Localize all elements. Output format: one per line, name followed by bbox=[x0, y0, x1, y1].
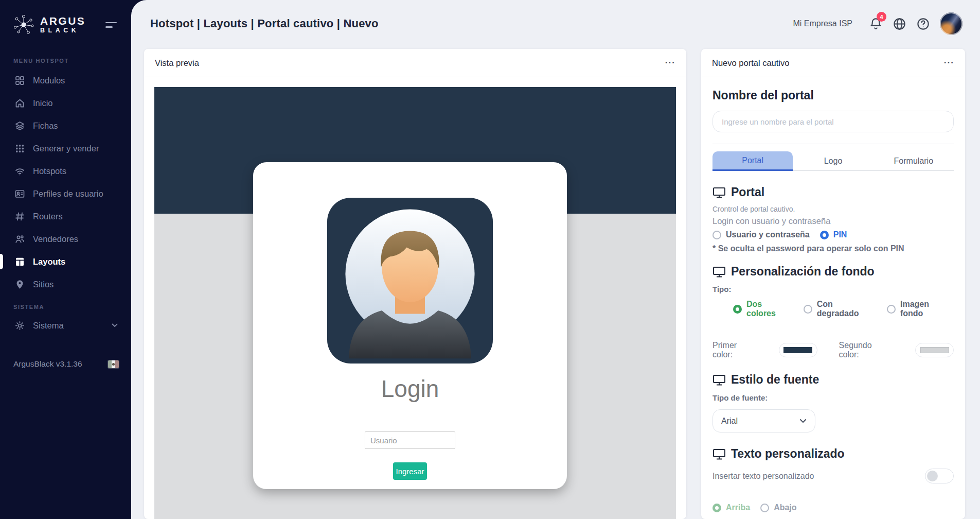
sidebar-item-fichas[interactable]: Fichas bbox=[0, 114, 131, 137]
chevron-down-icon bbox=[799, 419, 807, 423]
help-button[interactable] bbox=[911, 12, 935, 36]
sidebar-item-label: Modulos bbox=[33, 76, 65, 85]
monitor-icon bbox=[712, 374, 726, 386]
sidebar-item-label: Vendedores bbox=[33, 234, 78, 244]
radio-arriba-label: Arriba bbox=[726, 503, 750, 512]
portal-section-heading: Portal bbox=[731, 185, 764, 199]
portal-preview: Login Ingresar bbox=[154, 87, 676, 519]
breadcrumb: Hotspot | Layouts | Portal cautivo | Nue… bbox=[150, 17, 379, 30]
notifications-button[interactable]: 4 bbox=[864, 12, 887, 36]
insert-custom-text-label: Insertar texto personalizado bbox=[712, 472, 814, 481]
sidebar-item-label: Perfiles de usuario bbox=[33, 189, 103, 199]
brand-line1: ARGUS bbox=[40, 15, 85, 26]
radio-usuario-contrasena-label: Usuario y contraseña bbox=[726, 230, 810, 239]
sidebar-item-label: Layouts bbox=[33, 257, 65, 267]
login-title: Login bbox=[253, 375, 567, 403]
sidebar-item-generar-y-vender[interactable]: Generar y vender bbox=[0, 137, 131, 160]
login-submit-button[interactable]: Ingresar bbox=[393, 462, 427, 480]
main-area: Hotspot | Layouts | Portal cautivo | Nue… bbox=[131, 0, 980, 519]
language-flag-icon[interactable] bbox=[108, 360, 119, 368]
tipo-label: Tipo: bbox=[712, 285, 954, 293]
map-pin-icon bbox=[14, 279, 25, 290]
custom-text-section-heading: Texto personalizado bbox=[731, 447, 845, 461]
portal-name-input[interactable] bbox=[712, 111, 954, 132]
tab-logo[interactable]: Logo bbox=[793, 151, 873, 171]
sidebar-item-sistema[interactable]: Sistema bbox=[0, 314, 131, 337]
monitor-icon bbox=[712, 448, 726, 460]
radio-arriba[interactable] bbox=[712, 504, 721, 512]
topbar: Hotspot | Layouts | Portal cautivo | Nue… bbox=[131, 0, 980, 47]
login-username-input[interactable] bbox=[365, 431, 455, 449]
notification-badge: 4 bbox=[877, 12, 886, 22]
user-avatar[interactable] bbox=[940, 12, 963, 35]
globe-icon bbox=[893, 17, 906, 31]
app-version-row: ArgusBlack v3.1.36 bbox=[0, 359, 131, 369]
sidebar-item-sitios[interactable]: Sitios bbox=[0, 273, 131, 296]
panel-tabs: Portal Logo Formulario bbox=[712, 151, 954, 171]
id-card-icon bbox=[14, 188, 25, 199]
insert-custom-text-toggle[interactable] bbox=[925, 469, 954, 483]
radio-abajo[interactable] bbox=[760, 504, 769, 512]
sidebar-item-vendedores[interactable]: Vendedores bbox=[0, 228, 131, 250]
monitor-icon bbox=[712, 266, 726, 278]
grid-dots-icon bbox=[14, 143, 25, 154]
logo: ARGUS BLACK bbox=[0, 0, 131, 36]
preview-card-menu-icon[interactable]: ... bbox=[665, 59, 675, 67]
sidebar-section-hotspot: MENU HOTSPOT bbox=[0, 58, 131, 64]
chevron-down-icon bbox=[112, 323, 118, 327]
language-button[interactable] bbox=[887, 12, 911, 36]
font-select-value: Arial bbox=[721, 417, 738, 426]
radio-con-degradado-label: Con degradado bbox=[817, 300, 877, 318]
pin-note: * Se oculta el password para operar solo… bbox=[712, 244, 954, 253]
preview-card-title: Vista previa bbox=[155, 58, 199, 68]
sidebar-item-label: Sitios bbox=[33, 280, 54, 289]
layers-icon bbox=[14, 120, 25, 131]
background-section-heading: Personalización de fondo bbox=[731, 265, 875, 279]
radio-dos-colores[interactable] bbox=[733, 305, 742, 314]
second-color-picker[interactable] bbox=[915, 343, 954, 357]
first-color-label: Primer color: bbox=[712, 341, 756, 359]
second-color-label: Segundo color: bbox=[839, 341, 891, 359]
radio-pin[interactable] bbox=[820, 231, 829, 239]
monitor-icon bbox=[712, 186, 726, 199]
preview-login-card: Login Ingresar bbox=[253, 162, 567, 489]
sidebar-item-perfiles-de-usuario[interactable]: Perfiles de usuario bbox=[0, 182, 131, 205]
radio-imagen-fondo[interactable] bbox=[887, 305, 896, 314]
font-select[interactable]: Arial bbox=[712, 409, 815, 432]
panel-title: Nuevo portal cautivo bbox=[712, 58, 789, 68]
sidebar-item-hotspots[interactable]: Hotspots bbox=[0, 160, 131, 182]
new-portal-panel: Nuevo portal cautivo ... Nombre del port… bbox=[701, 49, 965, 519]
home-icon bbox=[14, 98, 25, 109]
sidebar-collapse-icon[interactable] bbox=[103, 20, 119, 30]
sidebar: ARGUS BLACK MENU HOTSPOT Modulos Inicio … bbox=[0, 0, 131, 519]
radio-con-degradado[interactable] bbox=[804, 305, 812, 314]
radio-pin-label: PIN bbox=[833, 230, 847, 239]
sidebar-item-label: Hotspots bbox=[33, 166, 66, 176]
app-version: ArgusBlack v3.1.36 bbox=[13, 359, 82, 369]
company-name: Mi Empresa ISP bbox=[793, 19, 852, 28]
sidebar-item-layouts[interactable]: Layouts bbox=[0, 250, 131, 273]
tab-formulario[interactable]: Formulario bbox=[874, 151, 954, 171]
tab-portal[interactable]: Portal bbox=[712, 151, 793, 171]
help-icon bbox=[916, 17, 930, 31]
portal-login-line: Login con usuario y contraseña bbox=[712, 216, 954, 226]
portal-subtitle: Crontrol de portal cautivo. bbox=[712, 205, 954, 213]
panel-menu-icon[interactable]: ... bbox=[944, 59, 954, 67]
sidebar-item-label: Inicio bbox=[33, 98, 53, 108]
wifi-icon bbox=[14, 166, 25, 177]
radio-usuario-contrasena[interactable] bbox=[712, 231, 721, 239]
sidebar-item-inicio[interactable]: Inicio bbox=[0, 92, 131, 114]
sidebar-item-label: Generar y vender bbox=[33, 144, 99, 153]
font-type-label: Tipo de fuente: bbox=[712, 393, 954, 402]
preview-card: Vista previa ... bbox=[144, 49, 686, 519]
hash-icon bbox=[14, 211, 25, 222]
sidebar-section-sistema: SISTEMA bbox=[0, 304, 131, 310]
sidebar-item-modulos[interactable]: Modulos bbox=[0, 69, 131, 92]
sidebar-item-routers[interactable]: Routers bbox=[0, 205, 131, 228]
portal-name-label: Nombre del portal bbox=[712, 89, 954, 102]
radio-imagen-fondo-label: Imagen fondo bbox=[900, 300, 954, 318]
sidebar-item-label: Sistema bbox=[33, 321, 64, 331]
login-avatar-image bbox=[327, 198, 493, 364]
sidebar-item-label: Routers bbox=[33, 212, 63, 221]
first-color-picker[interactable] bbox=[779, 343, 817, 357]
